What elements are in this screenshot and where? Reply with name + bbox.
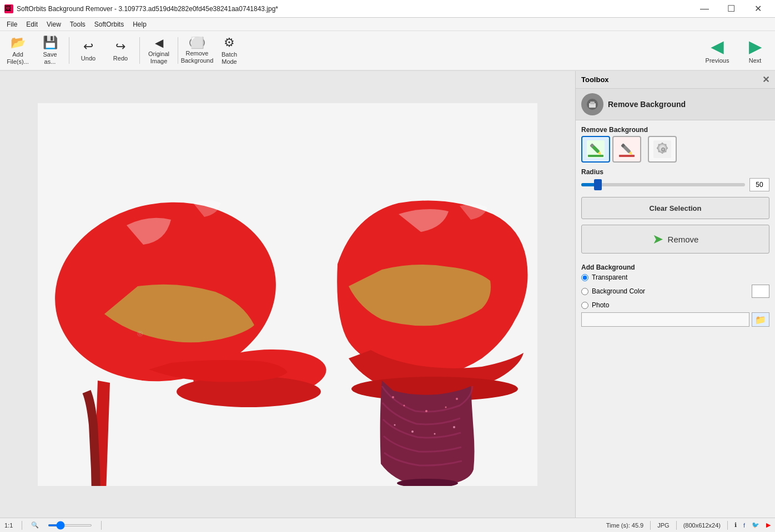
save-icon: 💾 xyxy=(43,36,58,50)
svg-rect-24 xyxy=(588,155,603,157)
save-as-label: Saveas... xyxy=(43,51,57,65)
time-label-text: Time (s): xyxy=(606,522,630,529)
clear-selection-container: Clear Selection xyxy=(581,197,769,219)
original-image-label: OriginalImage xyxy=(148,50,169,65)
browse-icon: 📁 xyxy=(755,315,766,325)
titlebar: 🖼 SoftOrbits Background Remover - 3.1097… xyxy=(0,0,775,18)
toolbox-title: Toolbox xyxy=(581,75,609,84)
share-twitter-icon[interactable]: 🐦 xyxy=(752,521,759,529)
window-controls: — ☐ ✕ xyxy=(692,0,771,18)
svg-rect-29 xyxy=(619,155,635,157)
previous-label: Previous xyxy=(706,57,729,64)
keep-brush-button[interactable] xyxy=(581,136,610,163)
svg-point-11 xyxy=(394,424,396,425)
svg-point-12 xyxy=(411,430,414,433)
original-image-button[interactable]: ◀ OriginalImage xyxy=(143,33,174,68)
undo-button[interactable]: ↩ Undo xyxy=(73,33,104,68)
menu-edit[interactable]: Edit xyxy=(22,18,42,31)
menu-tools[interactable]: Tools xyxy=(66,18,90,31)
svg-line-37 xyxy=(658,144,660,145)
remove-bg-header-icon xyxy=(581,93,603,115)
transparent-radio[interactable] xyxy=(581,274,588,281)
previous-button[interactable]: ◀ Previous xyxy=(699,33,735,68)
status-right: Time (s): 45.9 JPG (800x612x24) ℹ f 🐦 ▶ xyxy=(606,521,771,530)
radius-row: 50 xyxy=(581,178,769,191)
svg-point-14 xyxy=(453,426,455,428)
photo-radio[interactable] xyxy=(581,302,588,309)
transparent-label[interactable]: Transparent xyxy=(592,273,627,281)
undo-label: Undo xyxy=(81,55,95,62)
radius-track[interactable] xyxy=(581,183,745,186)
menu-help[interactable]: Help xyxy=(128,18,151,31)
next-button[interactable]: ▶ Next xyxy=(737,33,773,68)
clear-selection-button[interactable]: Clear Selection xyxy=(581,197,769,219)
remove-button[interactable]: ➤ Remove xyxy=(581,225,769,254)
photo-path-input[interactable] xyxy=(581,312,749,327)
close-button[interactable]: ✕ xyxy=(745,0,771,18)
dimensions-label: (800x612x24) xyxy=(683,522,721,529)
zoom-slider[interactable] xyxy=(48,524,92,526)
batch-label: BatchMode xyxy=(222,51,237,65)
undo-icon: ↩ xyxy=(83,39,93,54)
toolbar-right: ◀ Previous ▶ Next xyxy=(699,33,773,68)
svg-rect-19 xyxy=(590,102,595,104)
bg-color-label[interactable]: Background Color xyxy=(592,287,645,295)
menu-view[interactable]: View xyxy=(42,18,66,31)
share-facebook-icon[interactable]: f xyxy=(743,522,745,529)
pencil-keep-icon xyxy=(587,140,605,158)
statusbar: 1:1 🔍 Time (s): 45.9 JPG (800x612x24) ℹ … xyxy=(0,518,775,532)
photo-label[interactable]: Photo xyxy=(592,301,609,309)
canvas-area[interactable]: ⓒ xyxy=(0,71,575,518)
menu-file[interactable]: File xyxy=(2,18,22,31)
remove-bg-section-title: Remove Background xyxy=(581,126,769,134)
next-icon: ▶ xyxy=(749,38,761,56)
status-sep-5 xyxy=(727,521,728,530)
radius-value: 50 xyxy=(749,178,769,191)
remove-bg-header: Remove Background xyxy=(576,89,775,120)
remove-brush-button[interactable] xyxy=(612,136,641,163)
minimize-button[interactable]: — xyxy=(692,0,717,18)
shoe-image: ⓒ xyxy=(38,103,537,486)
window-title: SoftOrbits Background Remover - 3.109773… xyxy=(17,5,278,13)
remove-bg-section: Remove Background xyxy=(581,126,769,163)
toolbox-body: Remove Background xyxy=(576,120,775,332)
remove-background-button[interactable]: ⬜ RemoveBackground xyxy=(182,33,213,68)
smart-brush-button[interactable]: ⚙ xyxy=(648,136,677,163)
color-swatch[interactable] xyxy=(752,285,769,298)
add-files-button[interactable]: 📂 AddFile(s)... xyxy=(2,33,33,68)
share-youtube-icon[interactable]: ▶ xyxy=(766,521,771,529)
info-icon[interactable]: ℹ xyxy=(734,521,737,529)
photo-input-row: 📁 xyxy=(581,312,769,327)
maximize-button[interactable]: ☐ xyxy=(718,0,744,18)
radius-section: Radius 50 xyxy=(581,168,769,191)
eraser-icon xyxy=(586,98,599,111)
browse-button[interactable]: 📁 xyxy=(752,312,769,327)
svg-point-8 xyxy=(425,410,427,412)
brush-buttons-row: ⚙ xyxy=(581,136,769,163)
status-sep-1 xyxy=(22,521,22,530)
radius-thumb[interactable] xyxy=(594,179,602,190)
original-image-icon: ◀ xyxy=(155,36,163,49)
add-background-section: Add Background Transparent Background Co… xyxy=(581,264,769,327)
menubar: File Edit View Tools SoftOrbits Help xyxy=(0,18,775,31)
batch-icon: ⚙ xyxy=(224,36,235,50)
redo-icon: ↪ xyxy=(115,39,125,54)
toolbar-separator-3 xyxy=(178,37,178,64)
zoom-level: 1:1 xyxy=(4,522,13,529)
zoom-icon: 🔍 xyxy=(31,521,39,529)
redo-label: Redo xyxy=(113,55,128,62)
toolbox-header: Toolbox ✕ xyxy=(576,71,775,89)
toolbox-close-button[interactable]: ✕ xyxy=(762,74,769,85)
redo-button[interactable]: ↪ Redo xyxy=(105,33,136,68)
bg-color-radio[interactable] xyxy=(581,288,588,295)
remove-bg-label: RemoveBackground xyxy=(181,50,214,64)
add-bg-title: Add Background xyxy=(581,264,769,271)
app-icon: 🖼 xyxy=(4,4,13,13)
status-sep-3 xyxy=(650,521,651,530)
photo-row: Photo xyxy=(581,301,769,309)
status-sep-4 xyxy=(676,521,677,530)
smart-brush-icon: ⚙ xyxy=(653,140,671,158)
menu-softorbits[interactable]: SoftOrbits xyxy=(90,18,128,31)
batch-mode-button[interactable]: ⚙ BatchMode xyxy=(214,33,245,68)
save-as-button[interactable]: 💾 Saveas... xyxy=(34,33,66,68)
